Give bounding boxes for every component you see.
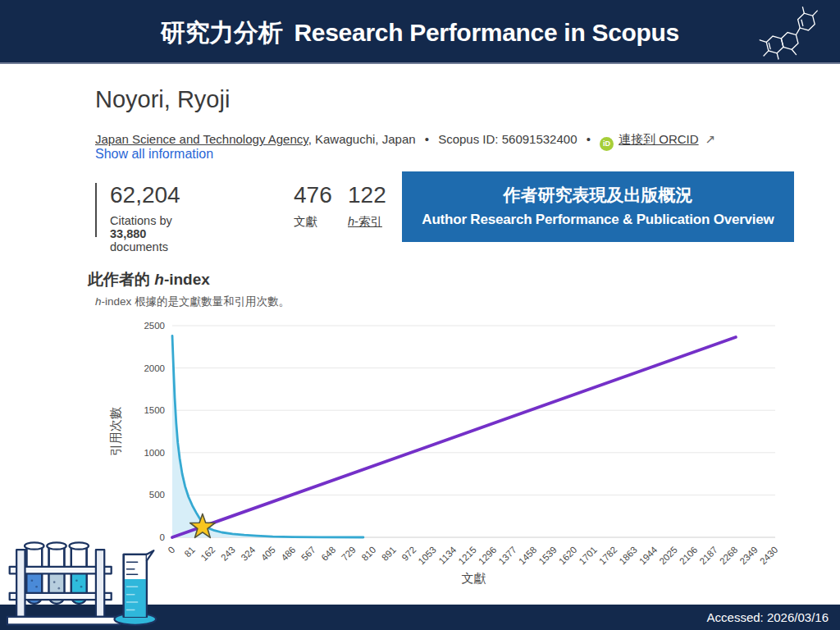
page-title: 研究力分析Research Performance in Scopus — [0, 16, 840, 50]
citations-value: 62,204 — [110, 181, 180, 209]
y-tick-label: 2500 — [144, 321, 165, 331]
lab-glassware-illustration — [5, 527, 159, 628]
author-name: Noyori, Ryoji — [95, 86, 230, 113]
x-tick-label: 1620 — [557, 545, 579, 567]
orcid-icon: iD — [600, 137, 614, 151]
x-tick-label: 1134 — [436, 545, 458, 566]
x-tick-label: 648 — [319, 545, 337, 563]
citation-area — [172, 336, 363, 537]
x-tick-label: 1539 — [536, 545, 559, 567]
y-tick-label: 2000 — [144, 363, 165, 373]
x-tick-label: 810 — [359, 545, 377, 563]
show-all-information-link[interactable]: Show all information — [95, 147, 213, 162]
x-tick-label: 1053 — [416, 545, 438, 567]
separator-dot: • — [587, 132, 591, 146]
x-tick-label: 1782 — [597, 545, 619, 567]
page-title-en: Research Performance in Scopus — [294, 19, 679, 46]
callout-box: 作者研究表現及出版概況 Author Research Performance … — [402, 171, 794, 242]
x-tick-label: 729 — [340, 545, 358, 563]
callout-title-en: Author Research Performance & Publicatio… — [402, 212, 794, 228]
x-tick-label: 1458 — [517, 545, 539, 567]
x-tick-label: 1701 — [577, 545, 599, 567]
x-tick-label: 2268 — [718, 545, 740, 567]
x-tick-label: 2025 — [657, 545, 679, 567]
separator-dot: • — [425, 132, 429, 146]
x-tick-label: 1944 — [637, 545, 660, 567]
orcid-link[interactable]: 連接到 ORCID — [619, 132, 699, 146]
x-tick-label: 2349 — [737, 545, 760, 567]
hindex-label: h-索引 — [348, 214, 386, 230]
x-tick-label: 2430 — [758, 545, 780, 567]
x-tick-label: 405 — [259, 545, 277, 563]
documents-label: 文獻 — [294, 214, 332, 230]
metric-hindex: 122 h-索引 — [348, 181, 386, 230]
affiliation-location: , Kawaguchi, Japan — [308, 132, 416, 146]
y-tick-label: 1500 — [144, 405, 165, 415]
h-index-line — [172, 337, 736, 537]
chart-section-subtitle: h-index 根據的是文獻數量和引用次數。 — [95, 294, 290, 309]
header-bar: 研究力分析Research Performance in Scopus — [0, 0, 840, 64]
scopus-id: Scopus ID: 56091532400 — [438, 132, 577, 146]
x-tick-label: 243 — [219, 545, 237, 563]
accessed-date: Accessed: 2026/03/16 — [707, 605, 829, 630]
x-tick-label: 1863 — [617, 545, 639, 567]
chart-section-title: 此作者的 h-index — [88, 269, 210, 290]
x-tick-label: 1296 — [477, 545, 499, 567]
hindex-value: 122 — [348, 181, 386, 209]
hindex-link[interactable]: h-索引 — [348, 215, 382, 228]
x-tick-label: 1215 — [456, 545, 478, 567]
x-tick-label: 81 — [182, 545, 197, 559]
y-tick-label: 500 — [149, 490, 165, 500]
metrics-divider — [95, 183, 97, 237]
citations-caption: Citations by 33,880 documents — [110, 214, 180, 253]
y-tick-label: 1000 — [144, 448, 165, 458]
y-axis-title: 引用次數 — [108, 407, 122, 456]
x-tick-label: 486 — [279, 545, 297, 563]
x-tick-label: 162 — [199, 545, 217, 563]
x-tick-label: 2187 — [697, 545, 719, 567]
affiliation-link[interactable]: Japan Science and Technology Agency — [95, 132, 308, 146]
x-tick-label: 324 — [239, 545, 257, 563]
molecule-icon — [746, 3, 835, 61]
x-tick-label: 1377 — [496, 545, 518, 567]
x-tick-label: 2106 — [678, 545, 700, 567]
x-axis-title: 文獻 — [462, 571, 486, 585]
page-title-zh: 研究力分析 — [161, 19, 283, 46]
callout-title-zh: 作者研究表現及出版概況 — [402, 184, 794, 207]
x-tick-label: 567 — [299, 545, 317, 563]
y-tick-label: 0 — [160, 532, 165, 542]
slide: 研究力分析Research Performance in Scopus Noyo… — [0, 0, 840, 630]
metric-citations: 62,204 Citations by 33,880 documents — [110, 181, 180, 253]
h-index-chart: 0500100015002000250008116224332440548656… — [107, 318, 812, 601]
external-link-icon: ↗ — [705, 132, 716, 146]
metric-documents: 476 文獻 — [294, 181, 332, 230]
x-tick-label: 0 — [166, 545, 176, 555]
x-tick-label: 891 — [380, 545, 398, 563]
x-tick-label: 972 — [399, 545, 418, 563]
citation-curve — [172, 336, 363, 537]
documents-value: 476 — [294, 181, 332, 209]
